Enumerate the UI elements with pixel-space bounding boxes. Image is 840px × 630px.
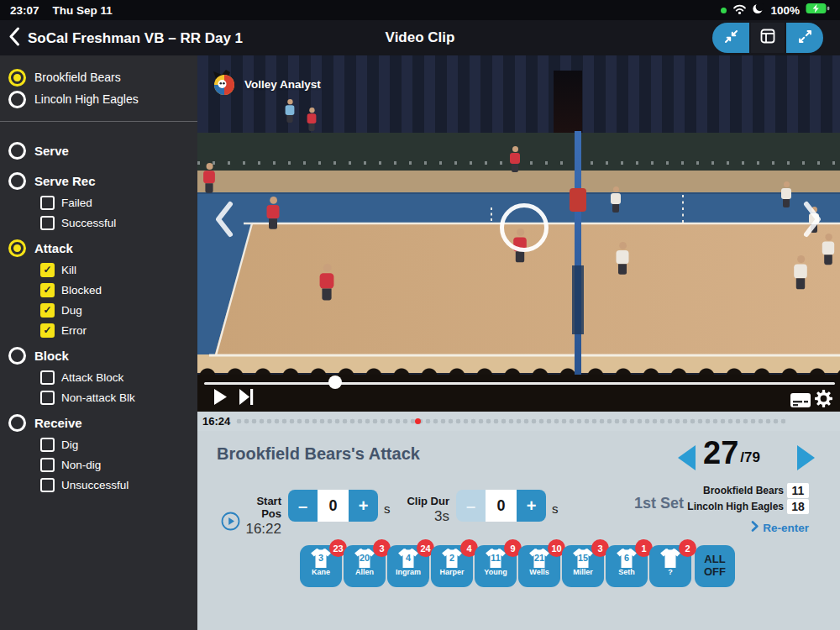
checkbox-attack-block[interactable]: Attack Block — [40, 369, 197, 386]
start-pos-plus-button[interactable]: + — [349, 490, 378, 522]
player-figure — [794, 255, 807, 289]
start-pos-stepper: – 0 + — [288, 490, 378, 522]
subtitles-button[interactable] — [790, 393, 811, 411]
start-pos-unit: s — [384, 501, 391, 516]
filter-radio-serve-rec[interactable]: Serve Rec — [8, 171, 197, 191]
checkbox-failed[interactable]: Failed — [40, 194, 197, 211]
checkbox-non-dig[interactable]: Non-dig — [40, 456, 197, 473]
play-button[interactable] — [214, 389, 227, 408]
radio-icon — [8, 347, 26, 365]
clip-dur-unit: s — [552, 501, 559, 516]
radio-icon — [8, 91, 26, 108]
clip-timeline-strip[interactable]: 16:24 — [197, 412, 840, 431]
checkbox-label: Kill — [61, 264, 76, 276]
watermark-text: Volley Analyst — [244, 78, 321, 91]
player-button-miller[interactable]: 3 15 Miller — [562, 545, 604, 587]
svg-text:4: 4 — [406, 553, 411, 563]
jersey-icon: 4 — [397, 549, 419, 568]
scrubber-knob[interactable] — [328, 375, 342, 389]
next-frame-button[interactable] — [239, 389, 254, 408]
checkbox-dig[interactable]: Dig — [40, 436, 197, 453]
clip-counter-total: 79 — [744, 449, 760, 465]
player-badge: 2 — [679, 539, 696, 557]
checkbox-icon — [40, 391, 55, 405]
player-button-unknown[interactable]: 2 ? — [649, 545, 691, 587]
team-radio-lincoln[interactable]: Lincoln High Eagles — [8, 88, 197, 110]
start-pos-value: 16:22 — [234, 521, 281, 538]
filter-label: Block — [34, 349, 69, 363]
collapse-view-button[interactable] — [712, 23, 749, 53]
checkbox-label: Blocked — [61, 284, 102, 297]
checkbox-unsuccessful[interactable]: Unsuccessful — [40, 476, 197, 493]
reenter-link[interactable]: Re-enter — [664, 521, 809, 534]
team-label: Brookfield Bears — [34, 71, 121, 84]
player-name: Kane — [300, 568, 342, 576]
wifi-icon — [732, 3, 747, 18]
jersey-icon — [659, 549, 681, 568]
checkbox-label: Error — [61, 324, 87, 337]
checkbox-icon — [40, 478, 55, 492]
checkbox-icon — [40, 216, 55, 230]
video-scrubber[interactable] — [204, 382, 835, 385]
checkbox-error[interactable]: Error — [40, 322, 197, 339]
checkbox-icon — [40, 370, 55, 385]
expand-view-button[interactable] — [786, 23, 823, 53]
player-button-harper[interactable]: 4 2 Harper — [431, 545, 473, 587]
player-button-allen[interactable]: 3 20 Allen — [344, 545, 386, 587]
filter-radio-block[interactable]: Block — [8, 345, 197, 365]
player-name: Seth — [606, 568, 648, 576]
checkbox-successful[interactable]: Successful — [40, 214, 197, 231]
checkbox-label: Successful — [61, 217, 116, 229]
jersey-icon: 15 — [572, 549, 594, 568]
next-clip-button[interactable] — [797, 445, 815, 470]
referee-figure — [568, 272, 583, 373]
clip-dur-plus-button[interactable]: + — [517, 490, 546, 522]
player-button-kane[interactable]: 23 3 Kane — [300, 545, 342, 587]
player-name: Young — [475, 568, 517, 576]
checkbox-dug[interactable]: Dug — [40, 302, 197, 318]
svg-text:20: 20 — [360, 553, 370, 563]
net-pad — [570, 188, 586, 212]
radio-icon — [8, 172, 26, 190]
all-off-button[interactable]: ALL OFF — [695, 545, 735, 587]
player-button-row: 23 3 Kane 3 20 Allen 24 4 Ingram 4 2 Har… — [300, 545, 735, 587]
checkbox-icon — [40, 196, 55, 210]
clip-dur-minus-button[interactable]: – — [456, 490, 486, 522]
radio-icon — [8, 142, 26, 160]
radio-icon — [8, 414, 26, 432]
next-clip-chevron[interactable] — [802, 200, 822, 242]
filter-radio-serve[interactable]: Serve — [8, 140, 197, 160]
player-button-wells[interactable]: 10 21 Wells — [518, 545, 560, 587]
clip-title: Brookfield Bears's Attack — [217, 444, 420, 464]
player-button-seth[interactable]: 1 6 Seth — [606, 545, 648, 587]
status-time: 23:07 — [10, 4, 39, 17]
filter-label: Receive — [34, 416, 82, 430]
checkbox-blocked[interactable]: Blocked — [40, 281, 197, 298]
filter-label: Serve Rec — [34, 174, 96, 188]
checkbox-kill[interactable]: Kill — [40, 261, 197, 278]
player-button-young[interactable]: 9 11 Young — [475, 545, 517, 587]
jersey-icon: 2 — [441, 549, 463, 568]
checkbox-non-attack-blk[interactable]: Non-attack Blk — [40, 389, 197, 406]
score-team-name: Lincoln High Eagles — [687, 501, 784, 512]
nav-bar: SoCal Freshman VB – RR Day 1 Video Clip — [0, 20, 840, 55]
filter-label: Serve — [34, 144, 69, 158]
score-team-name: Brookfield Bears — [703, 485, 784, 496]
filter-radio-receive[interactable]: Receive — [8, 412, 197, 433]
player-name: Harper — [431, 568, 473, 576]
player-figure — [286, 99, 295, 123]
player-button-ingram[interactable]: 24 4 Ingram — [387, 545, 429, 587]
player-figure — [510, 146, 520, 172]
score-value: 11 — [787, 483, 809, 498]
previous-clip-chevron[interactable] — [214, 200, 234, 242]
player-figure — [203, 163, 215, 193]
previous-clip-button[interactable] — [678, 445, 696, 470]
team-radio-brookfield[interactable]: Brookfield Bears — [8, 66, 197, 88]
split-layout-button[interactable] — [751, 23, 785, 53]
settings-gear-button[interactable] — [815, 390, 832, 411]
player-figure — [611, 186, 621, 213]
moon-icon — [753, 3, 764, 18]
start-pos-minus-button[interactable]: – — [288, 490, 318, 522]
checkbox-checked-icon — [40, 263, 55, 277]
filter-radio-attack[interactable]: Attack — [8, 238, 197, 258]
